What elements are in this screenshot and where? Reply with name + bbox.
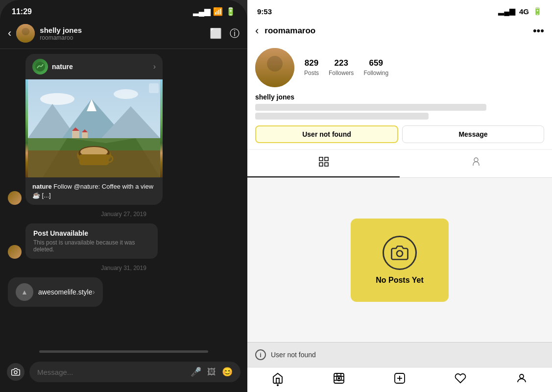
channel-name: nature bbox=[52, 63, 153, 71]
svg-rect-10 bbox=[72, 131, 79, 138]
following-stat[interactable]: 659 Following bbox=[363, 58, 388, 77]
channel-avatar bbox=[32, 59, 48, 74]
carrier-label: 4G bbox=[519, 7, 529, 16]
input-placeholder: Message... bbox=[37, 368, 191, 376]
nav-profile[interactable] bbox=[491, 372, 552, 384]
following-label: Following bbox=[363, 70, 388, 76]
header-actions: ⬜ ⓘ bbox=[210, 27, 240, 40]
mic-icon[interactable]: 🎤 bbox=[191, 367, 201, 377]
profile-panel: 9:53 ▂▄▆ 4G 🔋 ‹ roomamaroo ••• 829 Posts… bbox=[247, 0, 552, 392]
action-buttons: User not found Message bbox=[255, 125, 544, 143]
message-header: ‹ shelly jones roomamaroo ⬜ ⓘ bbox=[0, 20, 247, 49]
grid-icon bbox=[318, 156, 330, 171]
user-info: shelly jones roomamaroo bbox=[40, 26, 210, 41]
shared-account-name: awesomelife.style bbox=[38, 288, 93, 296]
date-divider-1: January 27, 2019 bbox=[8, 211, 240, 218]
followers-label: Followers bbox=[329, 70, 354, 76]
tab-grid[interactable] bbox=[247, 150, 400, 177]
svg-point-19 bbox=[105, 155, 113, 162]
shared-account-avatar: ▲ bbox=[16, 283, 33, 301]
message-input[interactable]: Message... 🎤 🖼 😊 bbox=[29, 362, 240, 382]
posts-count: 829 bbox=[304, 58, 319, 68]
username-label: shelly jones bbox=[40, 26, 210, 34]
bottom-nav bbox=[247, 367, 552, 392]
status-icons-right: ▂▄▆ 4G 🔋 bbox=[498, 7, 542, 16]
sticker-icon[interactable]: 😊 bbox=[222, 367, 233, 377]
svg-rect-24 bbox=[325, 163, 328, 166]
input-bar: Message... 🎤 🖼 😊 bbox=[0, 357, 247, 392]
video-call-icon[interactable]: ⬜ bbox=[210, 27, 222, 39]
following-count: 659 bbox=[363, 58, 388, 68]
time-left: 11:29 bbox=[12, 7, 32, 16]
nav-add[interactable] bbox=[369, 372, 430, 384]
profile-info-section: 829 Posts 223 Followers 659 Following sh… bbox=[247, 42, 552, 149]
svg-rect-21 bbox=[319, 157, 323, 161]
svg-rect-22 bbox=[325, 157, 328, 161]
profile-display-name: shelly jones bbox=[255, 93, 544, 101]
svg-point-25 bbox=[474, 158, 478, 162]
signal-icon-right: ▂▄▆ bbox=[498, 7, 515, 16]
sender-avatar-sm-2 bbox=[8, 245, 22, 259]
signal-icon: ▂▄▆ bbox=[193, 7, 210, 16]
profile-nav-header: ‹ roomamaroo ••• bbox=[247, 20, 552, 42]
post-image bbox=[25, 79, 163, 177]
nav-heart[interactable] bbox=[430, 372, 491, 384]
svg-point-37 bbox=[520, 374, 524, 378]
profile-stats: 829 Posts 223 Followers 659 Following bbox=[304, 58, 544, 77]
back-button[interactable]: ‹ bbox=[8, 27, 11, 40]
chevron-right-icon: › bbox=[153, 62, 156, 71]
handle-label: roomamaroo bbox=[40, 34, 210, 41]
followers-count: 223 bbox=[329, 58, 354, 68]
info-icon[interactable]: ⓘ bbox=[230, 27, 240, 40]
time-right: 9:53 bbox=[257, 7, 272, 16]
tab-tagged[interactable] bbox=[400, 150, 552, 177]
posts-stat: 829 Posts bbox=[304, 58, 319, 77]
photo-icon[interactable]: 🖼 bbox=[207, 367, 216, 377]
profile-top-row: 829 Posts 223 Followers 659 Following bbox=[255, 48, 544, 87]
more-options-button[interactable]: ••• bbox=[533, 24, 544, 37]
post-caption: nature Follow @nature: Coffee with a vie… bbox=[25, 177, 163, 205]
status-icons-left: ▂▄▆ 📶 🔋 bbox=[193, 7, 236, 16]
bio-line-2 bbox=[255, 113, 429, 120]
message-button[interactable]: Message bbox=[402, 125, 544, 143]
back-button-right[interactable]: ‹ bbox=[255, 24, 259, 37]
camera-button[interactable] bbox=[7, 363, 24, 381]
svg-point-26 bbox=[397, 250, 403, 256]
message-bubble: nature › bbox=[8, 54, 240, 205]
no-posts-area: No Posts Yet bbox=[247, 178, 552, 342]
post-unavailable-card: Post Unavailable This post is unavailabl… bbox=[25, 223, 158, 259]
input-icons: 🎤 🖼 😊 bbox=[191, 367, 233, 377]
date-divider-2: January 31, 2019 bbox=[8, 265, 240, 271]
svg-point-3 bbox=[114, 89, 138, 99]
user-not-found-button[interactable]: User not found bbox=[255, 125, 398, 143]
channel-share-card[interactable]: nature › bbox=[25, 54, 163, 205]
profile-avatar bbox=[255, 48, 294, 87]
svg-point-29 bbox=[338, 378, 339, 379]
chevron-right-icon-2: › bbox=[93, 288, 95, 296]
no-posts-card: No Posts Yet bbox=[351, 219, 449, 302]
svg-point-20 bbox=[14, 371, 17, 374]
profile-username-header: roomamaroo bbox=[264, 26, 533, 36]
bio-line-1 bbox=[255, 104, 486, 111]
messages-area[interactable]: nature › bbox=[0, 49, 247, 350]
posts-label: Posts bbox=[304, 70, 319, 76]
user-not-found-banner: i User not found bbox=[247, 342, 552, 367]
scroll-indicator bbox=[39, 350, 208, 353]
no-posts-label: No Posts Yet bbox=[376, 276, 424, 285]
sender-avatar-sm bbox=[8, 191, 22, 205]
followers-stat[interactable]: 223 Followers bbox=[329, 58, 354, 77]
tagged-icon bbox=[470, 156, 482, 171]
unavailable-title: Post Unavailable bbox=[33, 229, 150, 237]
user-not-found-banner-text: User not found bbox=[271, 351, 316, 359]
nav-reels[interactable] bbox=[308, 372, 369, 384]
info-circle-icon: i bbox=[255, 349, 266, 360]
shared-account-card[interactable]: ▲ awesomelife.style › bbox=[8, 277, 103, 307]
save-icon bbox=[149, 83, 159, 93]
status-bar-right: 9:53 ▂▄▆ 4G 🔋 bbox=[247, 0, 552, 20]
avatar bbox=[16, 24, 35, 43]
status-bar-left: 11:29 ▂▄▆ 📶 🔋 bbox=[0, 0, 247, 20]
nav-home[interactable] bbox=[247, 372, 308, 384]
svg-rect-23 bbox=[319, 163, 323, 166]
profile-tabs bbox=[247, 150, 552, 178]
svg-point-2 bbox=[40, 93, 74, 105]
